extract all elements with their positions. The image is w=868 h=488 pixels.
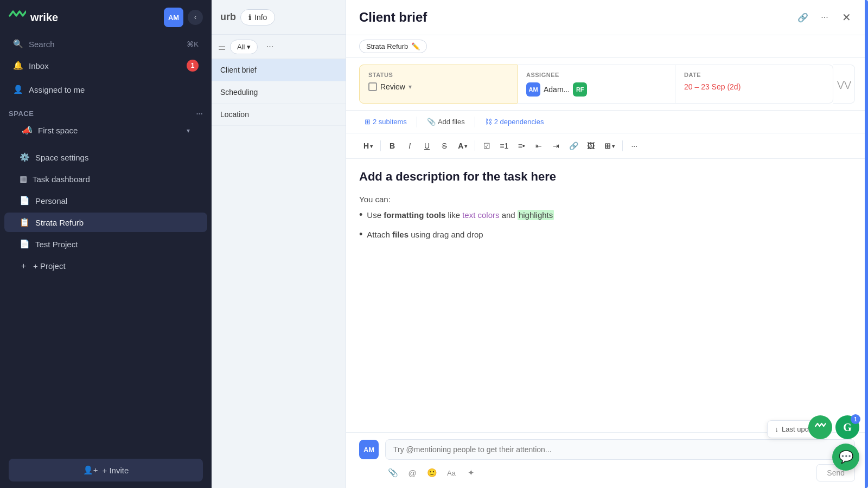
more-options-button[interactable]: ···	[816, 9, 833, 26]
sidebar-item-first-space[interactable]: 📣 First space ▾	[13, 120, 199, 141]
outdent-button[interactable]: ⇤	[531, 138, 547, 154]
breadcrumb-label: Strata Refurb	[366, 42, 408, 50]
status-text: Review	[380, 82, 405, 91]
attach-file-button[interactable]: 📎	[385, 465, 400, 480]
filter-more-button[interactable]: ···	[262, 39, 277, 54]
space-section-header: Space ···	[9, 110, 203, 118]
ordered-list-button[interactable]: ≡1	[496, 138, 512, 154]
wrike-assist-button[interactable]	[808, 415, 832, 439]
status-chevron-icon[interactable]: ▾	[409, 83, 412, 91]
task-header-actions: 🔗 ··· ✕	[794, 9, 855, 26]
sidebar-item-inbox[interactable]: 🔔 Inbox 1	[4, 54, 207, 77]
personal-label: Personal	[35, 196, 67, 206]
add-files-button[interactable]: 📎 Add files	[422, 115, 470, 129]
grammarly-button[interactable]: G 1	[835, 415, 859, 439]
filter-all-button[interactable]: All ▾	[230, 40, 258, 54]
breadcrumb-strata-refurb[interactable]: Strata Refurb ✏️	[359, 40, 427, 53]
status-value: Review ▾	[368, 82, 508, 91]
info-button[interactable]: ℹ Info	[240, 9, 275, 25]
filter-icon[interactable]: ⚌	[218, 42, 226, 52]
grammarly-notification-badge: 1	[851, 414, 860, 424]
sidebar-item-strata-refurb[interactable]: 📋 Strata Refurb	[4, 213, 207, 232]
fmt-sep-1	[380, 140, 381, 151]
close-button[interactable]: ✕	[838, 9, 855, 26]
checkbox-button[interactable]: ☑	[478, 138, 495, 154]
dependencies-icon: ⛓	[485, 118, 492, 126]
status-checkbox[interactable]	[368, 82, 377, 91]
list-icon: 📋	[20, 217, 30, 227]
person-icon: 👤	[13, 85, 23, 94]
font-size-button[interactable]: Aa	[444, 465, 459, 480]
space-section: Space ··· 📣 First space ▾	[0, 101, 212, 146]
first-space-left: 📣 First space	[22, 125, 78, 136]
bold-button[interactable]: B	[384, 138, 400, 154]
sidebar-item-task-dashboard[interactable]: ▦ Task dashboard	[4, 169, 207, 189]
task-list-item-1[interactable]: Scheduling	[212, 81, 346, 104]
subitems-button[interactable]: ⊞ 2 subitems	[359, 115, 412, 129]
arrow-down-icon: ↓	[775, 425, 779, 433]
search-icon: 🔍	[13, 39, 23, 49]
emoji-button[interactable]: 🙂	[424, 465, 439, 480]
task-body: Add a description for the task here You …	[346, 159, 868, 432]
heading-label: H	[363, 142, 369, 150]
date-text: 20 – 23 Sep (2d)	[684, 82, 741, 91]
text-color-dropdown[interactable]: A ▾	[454, 139, 471, 152]
collapse-sidebar-button[interactable]: ‹	[188, 10, 203, 25]
info-label: Info	[254, 13, 267, 22]
assignee-label: Assignee	[526, 72, 666, 78]
heading-dropdown[interactable]: H ▾	[359, 139, 377, 152]
sidebar-item-add-project[interactable]: ＋ + Project	[4, 256, 207, 276]
italic-button[interactable]: I	[401, 138, 418, 154]
search-shortcut: ⌘K	[187, 40, 199, 48]
subitems-icon: ⊞	[365, 118, 371, 126]
sidebar-item-space-settings[interactable]: ⚙️ Space settings	[4, 147, 207, 167]
add-project-label: + Project	[33, 261, 66, 271]
space-more-icon[interactable]: ···	[196, 110, 203, 118]
comment-input[interactable]	[385, 439, 855, 460]
chat-fab-button[interactable]: 💬	[832, 444, 859, 471]
sidebar-item-assigned[interactable]: 👤 Assigned to me	[4, 79, 207, 100]
comment-actions: 📎 @ 🙂 Aa ✦ Send	[359, 460, 855, 481]
unordered-list-button[interactable]: ≡•	[513, 138, 529, 154]
table-chevron-icon: ▾	[612, 143, 615, 149]
underline-button[interactable]: U	[419, 138, 435, 154]
mention-button[interactable]: @	[405, 465, 420, 480]
ai-button[interactable]: ✦	[463, 465, 478, 480]
date-value: 20 – 23 Sep (2d)	[684, 82, 824, 91]
paperclip-icon: 📎	[427, 118, 436, 126]
add-files-label: Add files	[438, 118, 465, 126]
floating-badges: G 1	[808, 415, 859, 439]
inbox-label: Inbox	[29, 61, 49, 70]
text-colors: text colors	[462, 210, 499, 220]
link-button[interactable]: 🔗	[565, 138, 582, 154]
task-list-item-0[interactable]: Client brief	[212, 59, 346, 81]
copy-link-button[interactable]: 🔗	[794, 9, 812, 26]
bold-files: files	[392, 230, 409, 239]
dashboard-icon: ▦	[20, 174, 27, 184]
bell-icon: 🔔	[13, 61, 23, 70]
app-name: wrike	[30, 11, 58, 24]
formatting-toolbar: H ▾ B I U S A ▾ ☑ ≡1 ≡• ⇤ ⇥ 🔗 🖼 ⊞ ▾ ···	[346, 133, 868, 159]
chevron-down-icon: ▾	[187, 127, 190, 134]
user-avatar[interactable]: AM	[164, 8, 183, 27]
description-list: Use formatting tools like text colors an…	[359, 207, 855, 243]
sidebar-item-personal[interactable]: 📄 Personal	[4, 191, 207, 210]
search-item[interactable]: 🔍 Search ⌘K	[4, 35, 207, 53]
dependencies-label: 2 dependencies	[494, 118, 544, 126]
indent-button[interactable]: ⇥	[548, 138, 564, 154]
assignee-avatar-am: AM	[526, 82, 540, 97]
inbox-badge: 1	[187, 60, 199, 72]
invite-icon: 👤+	[83, 465, 98, 475]
sidebar-item-test-project[interactable]: 📄 Test Project	[4, 234, 207, 254]
dependencies-button[interactable]: ⛓ 2 dependencies	[480, 115, 550, 129]
table-dropdown[interactable]: ⊞ ▾	[600, 139, 619, 152]
task-list-item-2[interactable]: Location	[212, 104, 346, 126]
task-breadcrumb: Strata Refurb ✏️	[346, 35, 868, 58]
invite-button[interactable]: 👤+ + Invite	[9, 459, 203, 481]
strikethrough-button[interactable]: S	[436, 138, 452, 154]
more-formatting-button[interactable]: ···	[626, 138, 642, 154]
image-button[interactable]: 🖼	[583, 138, 599, 154]
ellipsis-icon: ···	[821, 12, 828, 22]
wrike-logo-icon	[9, 9, 26, 26]
meta-expand-button[interactable]: ⋁⋁	[833, 65, 855, 104]
